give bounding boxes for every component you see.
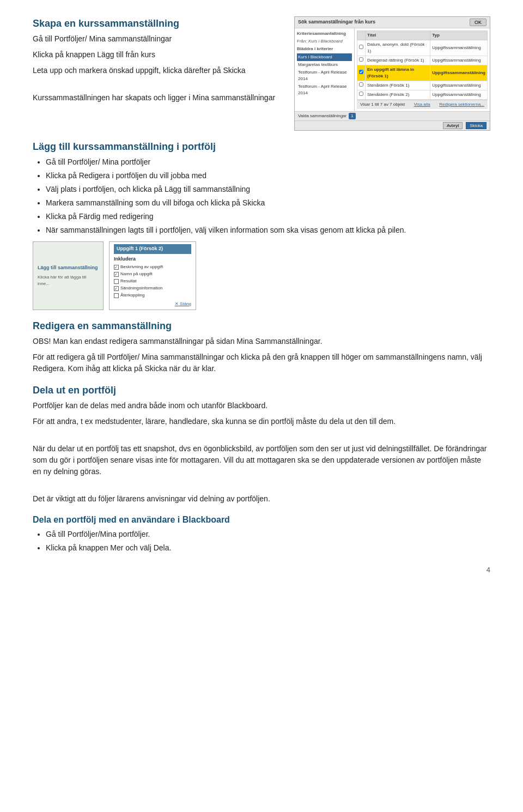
section5-title: Dela en portfölj med en användare i Blac…	[33, 513, 490, 526]
section3-obs: OBS! Man kan endast redigera sammanställ…	[33, 336, 490, 347]
popup-checkbox-3[interactable]	[114, 286, 119, 291]
popup-item-3: Sändningsinformation	[114, 285, 191, 292]
bb-row-2-title: En uppgift att lämna in (Försök 1)	[366, 65, 430, 81]
section2-step-0: Gå till Portföljer/ Mina portföljer	[46, 156, 490, 168]
section3-text: För att redigera gå till Portföljer/ Min…	[33, 352, 490, 374]
bb-tree-item-2[interactable]: Testforum - April Release 2014	[297, 69, 352, 83]
section2-block: Lägg till kurssammanställning i portfölj…	[33, 140, 490, 310]
section1-step2: Klicka på knappen Lägg till från kurs	[33, 49, 283, 60]
bb-col-title: Titel	[366, 31, 430, 40]
popup-checkbox-1[interactable]	[114, 272, 119, 277]
bb-row-3-type: Uppgiftssammanställning	[430, 81, 488, 90]
bb-row-0-title: Datum, anonym. dold (Försök 1)	[366, 40, 430, 56]
bb-row-3-title: Stenåldern (Försök 1)	[366, 81, 430, 90]
popup-item-0-label: Beskrivning av uppgift	[120, 264, 163, 270]
bb-right-panel: Titel Typ Datum, anonym. dold (Försök 1)…	[355, 28, 490, 111]
section2-step-3: Markera sammanställning som du vill bifo…	[46, 197, 490, 209]
bb-col-check	[357, 31, 366, 40]
section2-step-1: Klicka på Redigera i portföljen du vill …	[46, 170, 490, 181]
popup-left-panel: Lägg till sammanställning Klicka här för…	[33, 241, 104, 310]
bb-row-4-type: Uppgiftssammanställning	[430, 90, 488, 100]
bb-row-0[interactable]: Datum, anonym. dold (Försök 1) Uppgiftss…	[357, 40, 488, 56]
popup-checkbox-0[interactable]	[114, 265, 119, 270]
page-number: 4	[33, 565, 490, 575]
bb-row-4-title: Stenåldern (Försök 2)	[366, 90, 430, 100]
bb-tree-item-1[interactable]: Margaretas textlburs	[297, 61, 352, 69]
bb-row-4[interactable]: Stenåldern (Försök 2) Uppgiftssammanstäl…	[357, 90, 488, 100]
section4-block: Dela ut en portfölj Portföljer kan de de…	[33, 383, 490, 505]
bb-row-1-title: Delegerad rättning (Försök 1)	[366, 56, 430, 65]
bb-body: Kriteriesammanfattning Från: Kurs i Blac…	[295, 28, 490, 111]
bb-action-bar: Avbryt Skicka	[295, 120, 490, 130]
popup-title: Uppgift 1 (Försök 2)	[114, 244, 191, 254]
bb-row-2-check[interactable]	[357, 65, 366, 81]
bb-valda-count: 1	[349, 113, 355, 119]
section4-para2: För att andra, t ex medstudenter, lärare…	[33, 416, 490, 427]
bb-submit-button[interactable]: Skicka	[466, 122, 486, 129]
section4-title: Dela ut en portfölj	[33, 383, 490, 398]
section1-title: Skapa en kurssammanställning	[33, 16, 283, 31]
section2-step-2: Välj plats i portföljen, och klicka på L…	[46, 184, 490, 195]
popup-item-1-label: Namn på uppgift	[120, 271, 153, 277]
bb-top-bar: Sök sammanställningar från kurs OK	[295, 17, 490, 28]
popup-item-2-label: Resultat	[120, 278, 136, 284]
section5-block: Dela en portfölj med en användare i Blac…	[33, 513, 490, 554]
bb-ok-button[interactable]: OK	[470, 19, 486, 26]
section3-title: Redigera en sammanställning	[33, 319, 490, 334]
bb-showing: Visar 1 till 7 av 7 objekt	[360, 101, 405, 108]
popup-item-4: Återkoppling	[114, 292, 191, 299]
bb-row-1-check[interactable]	[357, 56, 366, 65]
popup-right-panel: Uppgift 1 (Försök 2) Inkludera Beskrivni…	[109, 241, 196, 310]
bb-visa-alla[interactable]: Visa alla	[414, 101, 430, 108]
popup-item-4-label: Återkoppling	[120, 292, 144, 299]
bb-row-1-type: Uppgiftssammanställning	[430, 56, 488, 65]
bb-row-3-check[interactable]	[357, 81, 366, 90]
section3-block: Redigera en sammanställning OBS! Man kan…	[33, 319, 490, 374]
section2-step-4: Klicka på Färdig med redigering	[46, 211, 490, 222]
bb-redigera[interactable]: Redigera sektionerna...	[439, 101, 484, 108]
top-section: Skapa en kurssammanställning Gå till Por…	[33, 16, 490, 131]
popup-close-button[interactable]: ✕ Stäng	[175, 301, 191, 306]
bb-row-4-check[interactable]	[357, 90, 366, 100]
bb-dialog-title: Sök sammanställningar från kurs	[298, 19, 375, 26]
bb-screenshot: Sök sammanställningar från kurs OK Krite…	[294, 16, 490, 131]
section1-step1: Gå till Portföljer/ Mina sammanställning…	[33, 33, 283, 45]
section4-para1: Portföljer kan de delas med andra både i…	[33, 400, 490, 411]
popup-item-2: Resultat	[114, 278, 191, 284]
bb-criteria-title: Kriteriesammanfattning	[297, 31, 352, 37]
section5-list: Gå till Portföljer/Mina portföljer. Klic…	[46, 529, 490, 554]
bb-col-type: Typ	[430, 31, 488, 40]
bb-valda-bar: Valda sammanställningar 1	[295, 111, 490, 120]
popup-checkbox-2[interactable]	[114, 279, 119, 284]
popup-checkbox-4[interactable]	[114, 293, 119, 298]
popup-screenshot: Lägg till sammanställning Klicka här för…	[33, 241, 490, 310]
section1-text: Skapa en kurssammanställning Gå till Por…	[33, 16, 283, 131]
bb-cancel-button[interactable]: Avbryt	[443, 122, 463, 129]
section5-step-0: Gå till Portföljer/Mina portföljer.	[46, 529, 490, 540]
bb-row-1[interactable]: Delegerad rättning (Försök 1) Uppgiftssa…	[357, 56, 488, 65]
bb-results-table: Titel Typ Datum, anonym. dold (Försök 1)…	[357, 31, 488, 100]
bb-screenshot-container: Sök sammanställningar från kurs OK Krite…	[294, 16, 490, 131]
bb-tree-item-3[interactable]: Testforum - April Release 2014	[297, 83, 352, 97]
bb-row-2[interactable]: En uppgift att lämna in (Försök 1) Uppgi…	[357, 65, 488, 81]
bb-filter-from-label: Från: Kurs i Blackboard	[297, 38, 352, 45]
bb-row-0-check[interactable]	[357, 40, 366, 56]
bb-tree-item-0[interactable]: Kurs i Blackboard	[297, 53, 352, 61]
bb-left-panel: Kriteriesammanfattning Från: Kurs i Blac…	[295, 28, 355, 111]
section1-result: Kurssammaställningen har skapats och lig…	[33, 92, 283, 104]
section2-step-5: När sammanställningen lagts till i portf…	[46, 225, 490, 236]
popup-item-0: Beskrivning av uppgift	[114, 264, 191, 270]
popup-include-label: Inkludera	[114, 256, 191, 263]
bb-bottom-bar: Visar 1 till 7 av 7 objekt Visa alla Red…	[357, 100, 488, 109]
popup-left-title: Lägg till sammanställning	[38, 264, 99, 272]
bb-row-3[interactable]: Stenåldern (Försök 1) Uppgiftssammanstäl…	[357, 81, 488, 90]
bb-browse-label: Bläddra i kriterier	[297, 46, 352, 52]
section4-para3: När du delar ut en portfölj tas ett snap…	[33, 443, 490, 477]
popup-item-1: Namn på uppgift	[114, 271, 191, 277]
bb-row-2-type: Uppgiftssammanställning	[430, 65, 488, 81]
popup-item-3-label: Sändningsinformation	[120, 285, 162, 292]
bb-valda-label: Valda sammanställningar	[298, 113, 346, 119]
section2-list: Gå till Portföljer/ Mina portföljer Klic…	[46, 156, 490, 236]
section1-step3: Leta upp och markera önskad uppgift, kli…	[33, 65, 283, 76]
popup-left-inner: Klicka här för att lägga till inne...	[38, 274, 99, 287]
